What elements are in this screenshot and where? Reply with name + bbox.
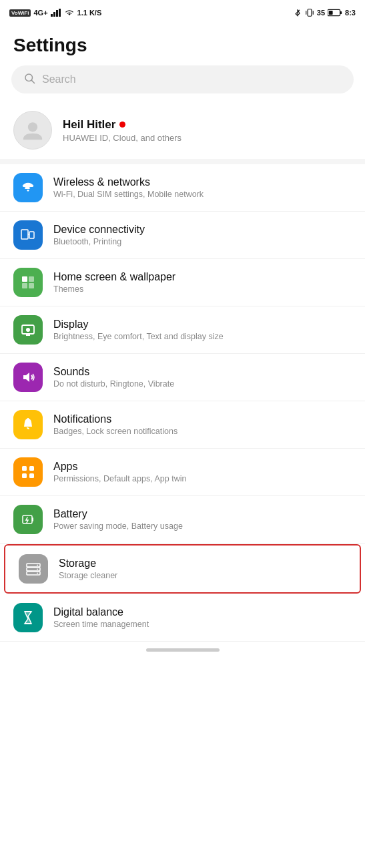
settings-item-homescreen[interactable]: Home screen & wallpaper Themes [0,259,365,306]
profile-section[interactable]: Heil Hitler HUAWEI ID, Cloud, and others [0,101,365,164]
avatar [13,111,52,150]
settings-list: Wireless & networks Wi-Fi, Dual SIM sett… [0,164,365,642]
svg-rect-8 [329,11,333,15]
connectivity-sub: Bluetooth, Printing [53,237,352,246]
svg-rect-5 [306,11,306,15]
svg-point-12 [28,122,37,132]
svg-marker-24 [23,373,29,382]
svg-rect-27 [29,466,34,471]
svg-rect-2 [56,10,58,17]
battery-sub: Power saving mode, Battery usage [53,521,352,531]
bluetooth-icon [293,8,302,17]
svg-rect-29 [29,473,34,478]
notifications-icon-wrap [13,410,43,439]
apps-sub: Permissions, Default apps, App twin [53,474,352,483]
svg-point-35 [37,565,38,566]
svg-point-36 [37,569,38,570]
homescreen-icon-wrap [13,268,43,297]
svg-rect-31 [32,517,33,521]
sounds-sub: Do not disturb, Ringtone, Vibrate [53,379,352,389]
network-speed: 1.1 K/S [77,9,102,17]
svg-rect-0 [51,14,53,17]
clock: 8:3 [345,9,356,17]
apps-icon [20,464,36,480]
page-title: Settings [0,24,365,63]
device-icon [20,227,36,243]
wireless-text: Wireless & networks Wi-Fi, Dual SIM sett… [53,176,352,199]
display-icon-wrap [13,315,43,345]
homescreen-title: Home screen & wallpaper [53,271,352,283]
svg-point-37 [37,573,38,574]
svg-rect-16 [22,276,27,282]
svg-rect-19 [29,283,34,288]
settings-item-storage[interactable]: Storage Storage cleaner [4,544,361,594]
storage-icon-wrap [19,554,48,584]
sounds-title: Sounds [53,366,352,378]
settings-item-battery[interactable]: Battery Power saving mode, Battery usage [0,496,365,544]
connectivity-text: Device connectivity Bluetooth, Printing [53,224,352,246]
svg-rect-26 [22,466,27,471]
battery-icon [328,9,342,17]
settings-item-wireless[interactable]: Wireless & networks Wi-Fi, Dual SIM sett… [0,164,365,212]
svg-line-11 [31,80,34,83]
settings-item-sounds[interactable]: Sounds Do not disturb, Ringtone, Vibrate [0,354,365,401]
display-text: Display Brightness, Eye comfort, Text an… [53,318,352,341]
apps-icon-wrap [13,457,43,487]
apps-title: Apps [53,461,352,473]
notifications-sub: Badges, Lock screen notifications [53,427,352,436]
digital-balance-sub: Screen time management [53,620,352,629]
online-dot [119,122,125,128]
home-icon [20,274,36,290]
home-bar [146,648,220,652]
storage-text: Storage Storage cleaner [59,558,346,580]
connectivity-icon-wrap [13,220,43,250]
home-indicator [0,642,365,661]
svg-rect-3 [59,9,61,17]
search-bar[interactable]: Search [11,65,354,93]
storage-icon [25,561,41,577]
battery-level: 35 [317,9,325,17]
wireless-sub: Wi-Fi, Dual SIM settings, Mobile network [53,190,352,199]
homescreen-text: Home screen & wallpaper Themes [53,271,352,294]
svg-rect-28 [22,473,27,478]
notifications-text: Notifications Badges, Lock screen notifi… [53,413,352,436]
settings-item-display[interactable]: Display Brightness, Eye comfort, Text an… [0,306,365,354]
wireless-icon-wrap [13,173,43,202]
svg-rect-13 [21,230,28,239]
display-sub: Brightness, Eye comfort, Text and displa… [53,332,352,341]
digital-balance-title: Digital balance [53,606,352,618]
profile-info: Heil Hitler HUAWEI ID, Cloud, and others [63,118,181,143]
svg-rect-1 [53,12,55,17]
settings-item-connectivity[interactable]: Device connectivity Bluetooth, Printing [0,212,365,259]
settings-item-digital-balance[interactable]: Digital balance Screen time management [0,594,365,642]
battery-text: Battery Power saving mode, Battery usage [53,508,352,531]
profile-name: Heil Hitler [63,118,181,132]
svg-rect-4 [308,9,312,17]
homescreen-sub: Themes [53,284,352,294]
status-left: VoWiFi 4G+ 1.1 K/S [9,9,101,17]
settings-item-notifications[interactable]: Notifications Badges, Lock screen notifi… [0,401,365,449]
status-bar: VoWiFi 4G+ 1.1 K/S 35 8:3 [0,0,365,24]
battery-title: Battery [53,508,352,520]
connectivity-title: Device connectivity [53,224,352,236]
sounds-text: Sounds Do not disturb, Ringtone, Vibrate [53,366,352,389]
digital-balance-icon-wrap [13,603,43,632]
bell-icon [20,417,36,433]
battery-settings-icon [20,511,36,527]
profile-subtitle: HUAWEI ID, Cloud, and others [63,133,181,143]
search-icon [23,72,35,87]
settings-item-apps[interactable]: Apps Permissions, Default apps, App twin [0,449,365,496]
hourglass-icon [20,610,36,626]
svg-rect-6 [313,11,314,15]
sound-icon [20,369,36,385]
svg-rect-14 [29,232,34,238]
apps-text: Apps Permissions, Default apps, App twin [53,461,352,483]
status-right: 35 8:3 [293,8,356,17]
signal-strength: 4G+ [33,9,47,17]
notifications-title: Notifications [53,413,352,425]
signal-bars-icon [51,9,61,17]
svg-rect-17 [29,276,34,282]
storage-title: Storage [59,558,346,570]
svg-rect-9 [340,11,342,14]
svg-rect-18 [22,283,27,288]
